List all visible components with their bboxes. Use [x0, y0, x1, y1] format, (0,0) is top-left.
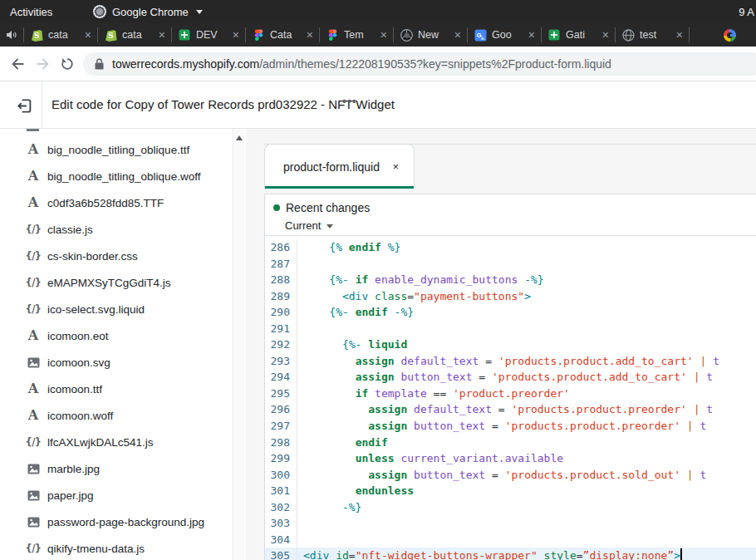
- back-button[interactable]: [5, 57, 30, 71]
- editor-tab-close-icon[interactable]: ×: [392, 160, 399, 173]
- line-number: 305: [265, 548, 297, 560]
- code-text[interactable]: unless current_variant.available: [297, 450, 563, 467]
- browser-tab-google[interactable]: [690, 23, 756, 47]
- file-item-lfcAXLwjkDALc541.js[interactable]: {/}lfcAXLwjkDALc541.js: [0, 429, 246, 455]
- code-line-292[interactable]: 292 {%- liquid: [265, 336, 756, 353]
- code-line-294[interactable]: 294 assign button_text = 'products.produ…: [265, 369, 756, 386]
- code-line-299[interactable]: 299 unless current_variant.available: [265, 450, 756, 467]
- file-item-eMAPMXSyTCgGdiT4.js[interactable]: {/}eMAPMXSyTCgGdiT4.js: [0, 269, 246, 296]
- code-text[interactable]: assign default_text = 'products.product.…: [297, 401, 713, 418]
- code-text[interactable]: assign button_text = 'products.product.p…: [297, 418, 706, 435]
- code-line-288[interactable]: 288 {%- if enable_dynamic_buttons -%}: [265, 272, 756, 288]
- tab-close-icon[interactable]: ×: [233, 29, 239, 41]
- clock[interactable]: 9 A: [739, 6, 754, 18]
- code-line-287[interactable]: 287: [265, 256, 756, 273]
- editor-tab-product-form[interactable]: product-form.liquid ×: [264, 144, 415, 189]
- code-text[interactable]: [297, 532, 303, 548]
- version-label: Current: [285, 219, 321, 232]
- line-number: 301: [265, 483, 297, 499]
- activities-button[interactable]: Activities: [10, 6, 52, 18]
- code-text[interactable]: assign button_text = 'products.product.a…: [297, 369, 713, 386]
- code-text[interactable]: endif: [297, 435, 388, 451]
- file-item-qikify-tmenu-data.js[interactable]: {/}qikify-tmenu-data.js: [0, 535, 246, 560]
- file-item-ico-select.svg.liquid[interactable]: {/}ico-select.svg.liquid: [0, 296, 246, 322]
- audio-speaker-icon[interactable]: [0, 30, 23, 40]
- tab-close-icon[interactable]: ×: [380, 29, 387, 41]
- code-text[interactable]: [297, 256, 303, 273]
- sidebar-scrollbar[interactable]: [233, 129, 244, 560]
- code-text[interactable]: [297, 515, 303, 532]
- code-line-289[interactable]: 289 <div class="payment-buttons">: [265, 288, 756, 305]
- code-text[interactable]: {%- endif -%}: [297, 304, 414, 321]
- file-item-icomoon.woff[interactable]: Aicomoon.woff: [0, 402, 246, 429]
- file-item-big_noodle_titling_oblique.ttf[interactable]: Abig_noodle_titling_oblique.ttf: [0, 136, 246, 163]
- code-text[interactable]: assign default_text = 'products.product.…: [297, 353, 719, 370]
- code-text[interactable]: <div class="payment-buttons">: [297, 288, 531, 305]
- code-line-286[interactable]: 286 {% endif %}: [265, 239, 756, 256]
- line-number: 288: [265, 272, 297, 288]
- code-line-298[interactable]: 298 endif: [265, 435, 756, 451]
- code-line-291[interactable]: 291: [265, 321, 756, 337]
- browser-tab-Tem[interactable]: Tem×: [320, 23, 393, 47]
- url-text: towerrecords.myshopify.com/admin/themes/…: [112, 57, 611, 71]
- file-item-cs-skin-border.css[interactable]: {/}cs-skin-border.css: [0, 243, 246, 269]
- code-line-295[interactable]: 295 if template == 'product.preorder': [265, 386, 756, 402]
- code-text[interactable]: -%}: [297, 499, 361, 516]
- code-line-290[interactable]: 290 {%- endif -%}: [265, 304, 756, 321]
- version-dropdown[interactable]: Current: [285, 219, 333, 232]
- unsaved-changes-dot: [273, 204, 280, 211]
- file-item-icomoon.eot[interactable]: Aicomoon.eot: [0, 322, 246, 349]
- more-actions-button[interactable]: •••: [342, 95, 357, 108]
- forward-button[interactable]: [30, 57, 55, 71]
- code-text[interactable]: [297, 321, 303, 337]
- file-item-password-page-background.jpg[interactable]: password-page-background.jpg: [0, 508, 246, 535]
- code-text[interactable]: {%- if enable_dynamic_buttons -%}: [297, 272, 544, 288]
- code-line-304[interactable]: 304: [265, 532, 756, 548]
- browser-tab-New[interactable]: New×: [394, 23, 467, 47]
- file-item-c0df3a6b528fdd85.TTF[interactable]: Ac0df3a6b528fdd85.TTF: [0, 189, 246, 216]
- browser-tab-Goo[interactable]: GGoo×: [468, 23, 541, 47]
- code-text[interactable]: <div id="nft-widget-buttons-wrapper" sty…: [297, 548, 682, 560]
- code-line-305[interactable]: 305<div id="nft-widget-buttons-wrapper" …: [265, 548, 756, 560]
- reload-button[interactable]: [55, 57, 80, 71]
- file-item-paper.jpg[interactable]: paper.jpg: [0, 482, 246, 508]
- browser-tab-cata[interactable]: Scata×: [98, 23, 171, 47]
- address-bar[interactable]: towerrecords.myshopify.com/admin/themes/…: [83, 52, 756, 76]
- code-line-297[interactable]: 297 assign button_text = 'products.produ…: [265, 418, 756, 435]
- tab-close-icon[interactable]: ×: [676, 29, 683, 41]
- code-editor[interactable]: 286 {% endif %}287288 {%- if enable_dyna…: [264, 236, 756, 560]
- code-line-303[interactable]: 303: [265, 515, 756, 532]
- file-item-icomoon.svg[interactable]: icomoon.svg: [0, 349, 246, 376]
- file-item-marble.jpg[interactable]: marble.jpg: [0, 455, 246, 482]
- file-item-icomoon.ttf[interactable]: Aicomoon.ttf: [0, 376, 246, 402]
- scroll-up-icon[interactable]: [236, 135, 243, 140]
- browser-tab-test[interactable]: test×: [616, 23, 689, 47]
- code-text[interactable]: {% endif %}: [297, 239, 400, 256]
- tab-close-icon[interactable]: ×: [307, 29, 313, 41]
- code-text[interactable]: if template == 'product.preorder': [297, 386, 570, 402]
- tab-close-icon[interactable]: ×: [528, 29, 535, 41]
- browser-tab-Cata[interactable]: Cata×: [246, 23, 319, 47]
- tab-close-icon[interactable]: ×: [454, 29, 461, 41]
- code-line-300[interactable]: 300 assign button_text = 'products.produ…: [265, 467, 756, 484]
- code-line-301[interactable]: 301 endunless: [265, 483, 756, 499]
- code-text[interactable]: {%- liquid: [297, 336, 407, 353]
- browser-tab-cata[interactable]: Scata×: [24, 23, 97, 47]
- code-line-302[interactable]: 302 -%}: [265, 499, 756, 516]
- browser-tab-Gati[interactable]: Gati×: [542, 23, 615, 47]
- file-item-big_noodle_titling_oblique.woff[interactable]: Abig_noodle_titling_oblique.woff: [0, 163, 246, 189]
- tab-close-icon[interactable]: ×: [602, 29, 609, 41]
- code-line-293[interactable]: 293 assign default_text = 'products.prod…: [265, 353, 756, 370]
- code-text[interactable]: endunless: [297, 483, 414, 499]
- code-text[interactable]: assign button_text = 'products.product.s…: [297, 467, 706, 484]
- app-menu[interactable]: Google Chrome: [93, 5, 203, 18]
- chrome-icon: [93, 5, 106, 18]
- tab-close-icon[interactable]: ×: [85, 29, 91, 41]
- tab-close-icon[interactable]: ×: [159, 29, 165, 41]
- file-name: ico-select.svg.liquid: [47, 303, 145, 316]
- code-line-296[interactable]: 296 assign default_text = 'products.prod…: [265, 401, 756, 418]
- file-item-classie.js[interactable]: {/}classie.js: [0, 216, 246, 243]
- lock-icon: [95, 58, 104, 70]
- browser-tab-DEV[interactable]: DEV×: [172, 23, 245, 47]
- exit-code-editor-button[interactable]: [13, 95, 35, 116]
